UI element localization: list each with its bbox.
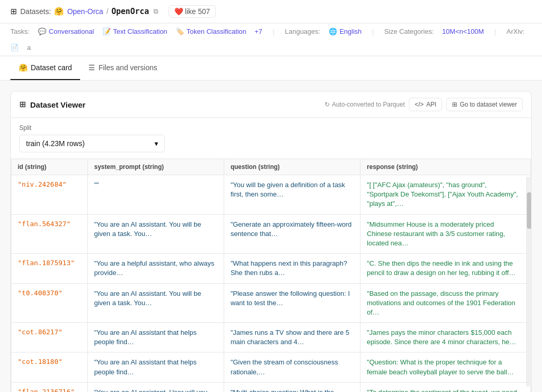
languages-label: Languages: bbox=[285, 28, 320, 35]
split-label: Split bbox=[19, 124, 523, 132]
cell-id: "cot.86217" bbox=[11, 323, 88, 352]
cell-response: "To determine the sentiment of the tweet… bbox=[360, 382, 531, 392]
dataset-card-label: Dataset card bbox=[31, 63, 72, 72]
col-question: question (string) bbox=[224, 159, 360, 175]
org-link[interactable]: Open-Orca bbox=[67, 7, 103, 16]
main-content: ⊞ Dataset Viewer ↻ Auto-converted to Par… bbox=[0, 81, 542, 392]
table-row: "flan.1875913" "You are a helpful assist… bbox=[11, 254, 531, 283]
cell-question: "James runs a TV show and there are 5 ma… bbox=[224, 323, 360, 352]
task-text-classification: 📝 Text Classification bbox=[102, 28, 167, 35]
split-value: train (4.23M rows) bbox=[26, 139, 85, 148]
cell-system-prompt: "" bbox=[88, 175, 224, 215]
arxiv-label: ArXiv: bbox=[507, 28, 525, 35]
datasets-label: Datasets: bbox=[20, 7, 51, 16]
cell-question: "Multi-choice question: What is the sent… bbox=[224, 382, 360, 392]
viewer-actions: ↻ Auto-converted to Parquet </> API ⊞ Go… bbox=[325, 98, 523, 111]
conversational-icon: 💬 bbox=[38, 28, 46, 35]
nav-tabs: 🤗 Dataset card ☰ Files and versions bbox=[0, 56, 542, 81]
cell-question: "Given the stream of consciousness ratio… bbox=[224, 352, 360, 382]
cell-id: "t0.408370" bbox=[11, 283, 88, 323]
cell-id: "cot.18180" bbox=[11, 352, 88, 382]
table-row: "flan.564327" "You are an AI assistant. … bbox=[11, 214, 531, 254]
viewer-title: ⊞ Dataset Viewer bbox=[19, 100, 85, 109]
api-button[interactable]: </> API bbox=[409, 98, 442, 111]
size-label: Size Categories: bbox=[384, 28, 434, 35]
cell-question: "What happens next in this paragraph? Sh… bbox=[224, 254, 360, 283]
cell-question: "Please answer the following question: I… bbox=[224, 283, 360, 323]
task-text-class-link[interactable]: Text Classification bbox=[113, 28, 167, 35]
task-conversational: 💬 Conversational bbox=[38, 28, 94, 35]
tab-dataset-card[interactable]: 🤗 Dataset card bbox=[10, 56, 80, 80]
token-class-icon: 🏷️ bbox=[176, 28, 184, 35]
code-icon: </> bbox=[415, 101, 423, 108]
auto-converted-link[interactable]: ↻ Auto-converted to Parquet bbox=[325, 101, 405, 108]
table-row: "t0.408370" "You are an AI assistant. Yo… bbox=[11, 283, 531, 323]
like-button[interactable]: ❤️ like 507 bbox=[169, 5, 216, 18]
dataset-card-icon: 🤗 bbox=[19, 63, 28, 72]
cell-response: "[ ["AFC Ajax (amateurs)", "has ground",… bbox=[360, 175, 531, 215]
text-class-icon: 📝 bbox=[102, 28, 111, 35]
separator: / bbox=[106, 7, 108, 16]
task-token-classification: 🏷️ Token Classification bbox=[176, 28, 247, 35]
go-to-viewer-button[interactable]: ⊞ Go to dataset viewer bbox=[446, 98, 523, 111]
cell-response: "James pays the minor characters $15,000… bbox=[360, 323, 531, 352]
data-table-wrapper: id (string) system_prompt (string) quest… bbox=[11, 159, 531, 392]
files-icon: ☰ bbox=[88, 63, 95, 72]
tasks-more-link[interactable]: +7 bbox=[255, 28, 263, 35]
cell-system-prompt: "You are an AI assistant that helps peop… bbox=[88, 352, 224, 382]
convert-icon: ↻ bbox=[325, 101, 330, 108]
cell-system-prompt: "You are an AI assistant. User will you … bbox=[88, 382, 224, 392]
cell-system-prompt: "You are an AI assistant that helps peop… bbox=[88, 323, 224, 352]
cell-id: "flan.1875913" bbox=[11, 254, 88, 283]
auto-converted-label: Auto-converted to Parquet bbox=[332, 101, 405, 108]
meta-divider-3: | bbox=[494, 28, 496, 35]
cell-id: "flan.2136716" bbox=[11, 382, 88, 392]
top-bar: ⊞ Datasets: 🤗 Open-Orca / OpenOrca ⧉ ❤️ … bbox=[0, 0, 542, 23]
viewer-card: ⊞ Dataset Viewer ↻ Auto-converted to Par… bbox=[10, 91, 532, 392]
col-system-prompt: system_prompt (string) bbox=[88, 159, 224, 175]
table-header-row: id (string) system_prompt (string) quest… bbox=[11, 159, 531, 175]
go-to-viewer-label: Go to dataset viewer bbox=[460, 101, 517, 108]
cell-question: "Generate an approximately fifteen-word … bbox=[224, 214, 360, 254]
meta-divider-2: | bbox=[372, 28, 373, 35]
globe-icon: 🌐 bbox=[329, 28, 337, 35]
cell-question: "You will be given a definition of a tas… bbox=[224, 175, 360, 215]
chevron-down-icon: ▾ bbox=[154, 139, 158, 148]
datasets-icon: ⊞ bbox=[10, 7, 17, 16]
split-dropdown[interactable]: train (4.23M rows) ▾ bbox=[19, 135, 165, 152]
grid-icon: ⊞ bbox=[19, 100, 26, 109]
language-link[interactable]: English bbox=[340, 28, 362, 35]
table-row: "niv.242684" "" "You will be given a def… bbox=[11, 175, 531, 215]
language-english: 🌐 English bbox=[329, 28, 362, 35]
api-label: API bbox=[427, 101, 436, 108]
tab-files-versions[interactable]: ☰ Files and versions bbox=[80, 56, 165, 80]
grid-small-icon: ⊞ bbox=[452, 101, 457, 108]
task-conversational-link[interactable]: Conversational bbox=[49, 28, 94, 35]
size-link[interactable]: 10M<n<100M bbox=[442, 28, 484, 35]
split-section: Split train (4.23M rows) ▾ bbox=[11, 118, 531, 159]
cell-system-prompt: "You are a helpful assistant, who always… bbox=[88, 254, 224, 283]
viewer-title-text: Dataset Viewer bbox=[30, 100, 85, 109]
cell-id: "flan.564327" bbox=[11, 214, 88, 254]
arxiv-value: a bbox=[27, 44, 31, 51]
arxiv-icon: 📄 bbox=[10, 44, 19, 51]
table-row: "cot.86217" "You are an AI assistant tha… bbox=[11, 323, 531, 352]
viewer-header: ⊞ Dataset Viewer ↻ Auto-converted to Par… bbox=[11, 92, 531, 118]
task-token-class-link[interactable]: Token Classification bbox=[187, 28, 247, 35]
files-versions-label: Files and versions bbox=[98, 63, 157, 72]
table-row: "cot.18180" "You are an AI assistant tha… bbox=[11, 352, 531, 382]
cell-response: "Midsummer House is a moderately priced … bbox=[360, 214, 531, 254]
col-response: response (string) bbox=[360, 159, 531, 175]
like-count: 507 bbox=[198, 7, 210, 16]
heart-icon: ❤️ bbox=[174, 7, 183, 16]
copy-button[interactable]: ⧉ bbox=[152, 6, 159, 17]
scroll-thumb[interactable] bbox=[527, 192, 531, 229]
cell-system-prompt: "You are an AI assistant. You will be gi… bbox=[88, 214, 224, 254]
cell-response: "Question: What is the proper technique … bbox=[360, 352, 531, 382]
repo-name: OpenOrca bbox=[111, 7, 149, 16]
cell-response: "C. She then dips the needle in ink and … bbox=[360, 254, 531, 283]
col-id: id (string) bbox=[11, 159, 88, 175]
data-table: id (string) system_prompt (string) quest… bbox=[11, 159, 531, 392]
table-row: "flan.2136716" "You are an AI assistant.… bbox=[11, 382, 531, 392]
cell-id: "niv.242684" bbox=[11, 175, 88, 215]
